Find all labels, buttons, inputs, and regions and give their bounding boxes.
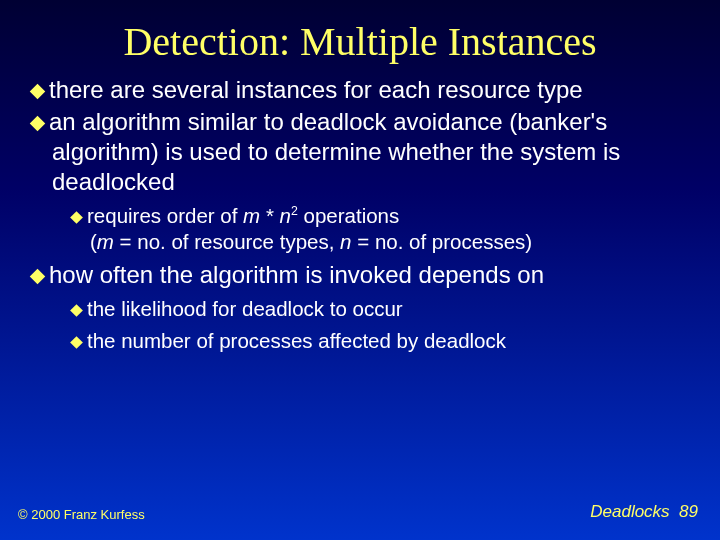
sub-bullet-item: the likelihood for deadlock to occur: [50, 296, 692, 322]
diamond-icon: [30, 269, 46, 285]
exponent: 2: [291, 204, 298, 218]
sub-bullet-item: the number of processes affected by dead…: [50, 328, 692, 354]
bullet-text: requires order of: [87, 204, 243, 227]
footer-page: Deadlocks 89: [590, 502, 698, 522]
sub-bullet-item: requires order of m * n2 operations (m =…: [50, 203, 692, 254]
slide: Detection: Multiple Instances there are …: [0, 0, 720, 540]
var-n: n: [340, 230, 351, 253]
bullet-text: the likelihood for deadlock to occur: [87, 297, 403, 320]
footer-pagenum: 89: [679, 502, 698, 521]
diamond-icon: [70, 304, 83, 317]
bullet-text: the number of processes affected by dead…: [87, 329, 506, 352]
var-m: m: [243, 204, 266, 227]
slide-content: there are several instances for each res…: [0, 75, 720, 354]
footer-copyright: © 2000 Franz Kurfess: [18, 507, 145, 522]
bullet-item: how often the algorithm is invoked depen…: [52, 260, 692, 290]
diamond-icon: [30, 84, 46, 100]
bullet-text: *: [266, 204, 280, 227]
bullet-text: = no. of resource types,: [114, 230, 340, 253]
footer-topic: Deadlocks: [590, 502, 669, 521]
bullet-item: there are several instances for each res…: [52, 75, 692, 105]
bullet-text: how often the algorithm is invoked depen…: [49, 261, 544, 288]
bullet-text: an algorithm similar to deadlock avoidan…: [49, 108, 620, 195]
var-n: n: [280, 204, 291, 227]
var-m: m: [97, 230, 114, 253]
diamond-icon: [30, 116, 46, 132]
diamond-icon: [70, 336, 83, 349]
bullet-item: an algorithm similar to deadlock avoidan…: [52, 107, 692, 197]
diamond-icon: [70, 211, 83, 224]
bullet-text: operations: [298, 204, 399, 227]
bullet-text: there are several instances for each res…: [49, 76, 583, 103]
bullet-text: = no. of processes): [352, 230, 533, 253]
paren-open: (: [90, 230, 97, 253]
slide-title: Detection: Multiple Instances: [0, 0, 720, 75]
